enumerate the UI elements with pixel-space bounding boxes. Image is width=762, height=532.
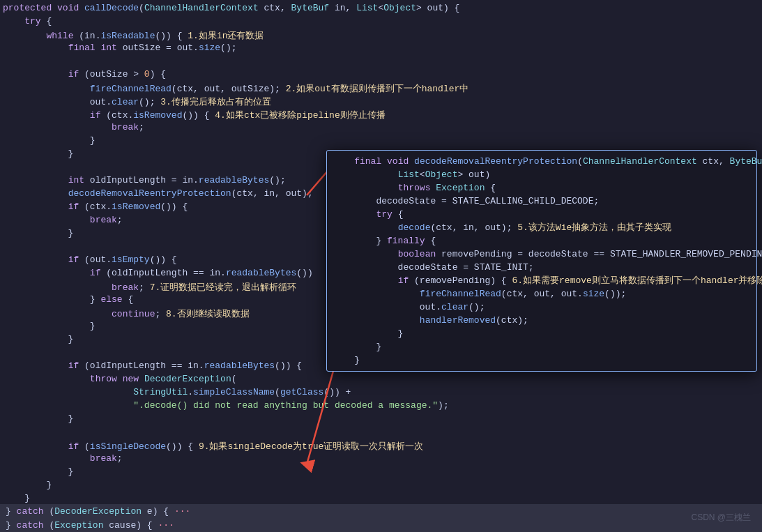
- code-line-5: [0, 56, 762, 69]
- popup-line-4: decodeState = STATE_CALLING_CHILD_DECODE…: [333, 195, 751, 208]
- catch-line-2: } catch (Exception cause) { ···: [0, 518, 762, 532]
- popup-line-11: fireChannelRead(ctx, out, out.size());: [333, 287, 751, 301]
- code-line-32: }: [0, 413, 762, 427]
- code-line-29: throw new DecoderException(: [0, 374, 762, 387]
- popup-line-2: List<Object> out): [333, 168, 751, 181]
- code-line-36: }: [0, 466, 762, 480]
- popup-line-13: handlerRemoved(ctx);: [333, 314, 751, 327]
- popup-line-10: if (removePending) { 6.如果需要remove则立马将数据传…: [333, 274, 751, 287]
- popup-line-8: boolean removePending = decodeState == S…: [333, 248, 751, 261]
- code-line-34: if (isSingleDecode()) { 9.如果singleDecode…: [0, 440, 762, 453]
- popup-line-1: final void decodeRemovalReentryProtectio…: [333, 155, 751, 168]
- popup-line-7: } finally {: [333, 234, 751, 248]
- popup-box: final void decodeRemovalReentryProtectio…: [326, 150, 757, 372]
- code-line-8: out.clear(); 3.传播完后释放占有的位置: [0, 96, 762, 109]
- code-line-7: fireChannelRead(ctx, out, outSize); 2.如果…: [0, 82, 762, 96]
- popup-line-14: }: [333, 327, 751, 340]
- catch-line-1: } catch (DecoderException e) { ···: [0, 504, 762, 518]
- popup-line-12: out.clear();: [333, 301, 751, 314]
- code-line-11: }: [0, 135, 762, 149]
- code-line-33: [0, 427, 762, 440]
- code-line-1: protected void callDecode(ChannelHandler…: [0, 3, 762, 16]
- code-line-30: StringUtil.simpleClassName(getClass()) +: [0, 387, 762, 400]
- code-area: protected void callDecode(ChannelHandler…: [0, 0, 762, 532]
- code-line-3: while (in.isReadable()) { 1.如果in还有数据: [0, 29, 762, 43]
- code-line-2: try {: [0, 16, 762, 29]
- code-line-10: break;: [0, 122, 762, 135]
- watermark: CSDN @三槐兰: [691, 512, 751, 524]
- code-line-31: ".decode() did not read anything but dec…: [0, 400, 762, 413]
- popup-line-6: decode(ctx, in, out); 5.该方法Wie抽象方法，由其子类实…: [333, 221, 751, 234]
- popup-line-3: throws Exception {: [333, 181, 751, 195]
- code-line-35: break;: [0, 453, 762, 466]
- code-line-4: final int outSize = out.size();: [0, 43, 762, 56]
- popup-line-9: decodeState = STATE_INIT;: [333, 261, 751, 274]
- code-line-6: if (outSize > 0) {: [0, 69, 762, 82]
- code-line-9: if (ctx.isRemoved()) { 4.如果ctx已被移除pipeli…: [0, 109, 762, 122]
- popup-line-16: }: [333, 354, 751, 367]
- code-line-37: }: [0, 480, 762, 493]
- popup-line-5: try {: [333, 208, 751, 221]
- popup-line-15: }: [333, 340, 751, 354]
- catch-section: } catch (DecoderException e) { ··· } cat…: [0, 504, 762, 532]
